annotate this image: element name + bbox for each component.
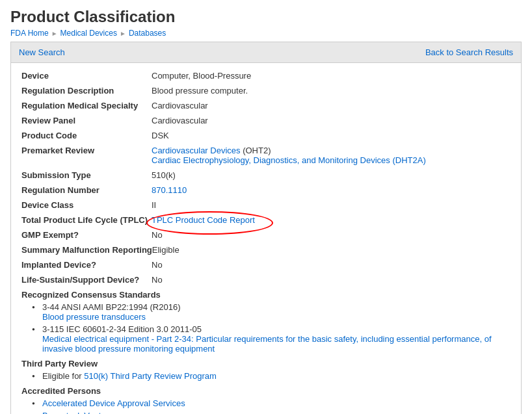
premarket-review-suffix1: (OHT2) bbox=[241, 146, 271, 155]
accredited-link-1[interactable]: Accelerated Device Approval Services bbox=[42, 398, 185, 408]
consensus-item1-link[interactable]: Blood pressure transducers bbox=[42, 312, 146, 322]
breadcrumb-sep1: ► bbox=[51, 30, 58, 37]
consensus-standards-list: 3-44 ANSI AAMI BP22:1994 (R2016) Blood p… bbox=[21, 302, 511, 354]
page-title: Product Classification bbox=[10, 8, 522, 26]
tplc-link[interactable]: TPLC Product Code Report bbox=[152, 215, 255, 225]
review-panel-value: Cardiovascular bbox=[152, 116, 511, 125]
regulation-number-label: Regulation Number bbox=[21, 185, 152, 195]
summary-row: Summary Malfunction Reporting Eligible bbox=[21, 245, 511, 255]
accredited-persons-list: Accelerated Device Approval Services Bea… bbox=[21, 398, 511, 414]
summary-value: Eligible bbox=[152, 245, 511, 255]
submission-type-value: 510(k) bbox=[152, 170, 511, 180]
submission-type-row: Submission Type 510(k) bbox=[21, 170, 511, 180]
back-to-results-link[interactable]: Back to Search Results bbox=[425, 47, 513, 57]
gmp-value: No bbox=[152, 230, 511, 240]
accredited-persons-section: Accredited Persons Accelerated Device Ap… bbox=[21, 386, 511, 414]
third-party-title: Third Party Review bbox=[21, 359, 511, 369]
list-item: Eligible for 510(k) Third Party Review P… bbox=[32, 371, 511, 381]
regulation-medical-value: Cardiovascular bbox=[152, 101, 511, 110]
third-party-list: Eligible for 510(k) Third Party Review P… bbox=[21, 371, 511, 381]
accredited-link-2[interactable]: Beanstock Ventures bbox=[42, 411, 118, 414]
regulation-number-link[interactable]: 870.1110 bbox=[152, 185, 187, 195]
regulation-desc-label: Regulation Description bbox=[21, 86, 152, 96]
regulation-number-row: Regulation Number 870.1110 bbox=[21, 185, 511, 195]
breadcrumb-medical-devices[interactable]: Medical Devices bbox=[60, 29, 117, 38]
premarket-review-value: Cardiovascular Devices (OHT2) Cardiac El… bbox=[152, 146, 511, 165]
review-panel-label: Review Panel bbox=[21, 116, 152, 125]
device-value: Computer, Blood-Pressure bbox=[152, 71, 511, 81]
premarket-review-label: Premarket Review bbox=[21, 146, 152, 165]
third-party-section: Third Party Review Eligible for 510(k) T… bbox=[21, 359, 511, 381]
accredited-persons-title: Accredited Persons bbox=[21, 386, 511, 396]
tplc-row: Total Product Life Cycle (TPLC) TPLC Pro… bbox=[21, 215, 511, 225]
consensus-item1-line1: 3-44 ANSI AAMI BP22:1994 (R2016) bbox=[42, 302, 180, 312]
regulation-medical-label: Regulation Medical Specialty bbox=[21, 101, 152, 110]
submission-type-label: Submission Type bbox=[21, 170, 152, 180]
list-item: 3-44 ANSI AAMI BP22:1994 (R2016) Blood p… bbox=[32, 302, 511, 322]
premarket-review-row: Premarket Review Cardiovascular Devices … bbox=[21, 146, 511, 165]
product-code-label: Product Code bbox=[21, 131, 152, 140]
breadcrumb-fda-home[interactable]: FDA Home bbox=[10, 29, 49, 38]
tplc-value: TPLC Product Code Report bbox=[152, 215, 511, 225]
third-party-link[interactable]: 510(k) Third Party Review Program bbox=[84, 371, 217, 381]
gmp-row: GMP Exempt? No bbox=[21, 230, 511, 240]
regulation-desc-value: Blood pressure computer. bbox=[152, 86, 511, 96]
life-sustain-value: No bbox=[152, 275, 511, 285]
tplc-link-wrapper: TPLC Product Code Report bbox=[152, 215, 255, 225]
regulation-desc-row: Regulation Description Blood pressure co… bbox=[21, 86, 511, 96]
list-item: 3-115 IEC 60601-2-34 Edition 3.0 2011-05… bbox=[32, 324, 511, 354]
tplc-label: Total Product Life Cycle (TPLC) bbox=[21, 215, 152, 225]
list-item: Beanstock Ventures bbox=[32, 411, 511, 414]
gmp-label: GMP Exempt? bbox=[21, 230, 152, 240]
implanted-row: Implanted Device? No bbox=[21, 260, 511, 270]
page-header: Product Classification FDA Home ► Medica… bbox=[0, 0, 532, 42]
consensus-standards-section: Recognized Consensus Standards 3-44 ANSI… bbox=[21, 290, 511, 354]
review-panel-row: Review Panel Cardiovascular bbox=[21, 116, 511, 125]
main-container: New Search Back to Search Results Device… bbox=[10, 42, 522, 414]
consensus-item2-link[interactable]: Medical electrical equipment - Part 2-34… bbox=[42, 334, 492, 354]
breadcrumb-sep2: ► bbox=[120, 30, 126, 37]
implanted-label: Implanted Device? bbox=[21, 260, 152, 270]
regulation-number-value: 870.1110 bbox=[152, 185, 511, 195]
toolbar: New Search Back to Search Results bbox=[11, 42, 521, 63]
device-row: Device Computer, Blood-Pressure bbox=[21, 71, 511, 81]
breadcrumb-databases[interactable]: Databases bbox=[129, 29, 166, 38]
summary-label: Summary Malfunction Reporting bbox=[21, 245, 152, 255]
third-party-prefix: Eligible for bbox=[42, 371, 84, 381]
device-class-label: Device Class bbox=[21, 200, 152, 210]
premarket-review-link1[interactable]: Cardiovascular Devices bbox=[152, 146, 241, 155]
premarket-review-link2[interactable]: Cardiac Electrophysiology, Diagnostics, … bbox=[152, 155, 426, 165]
life-sustain-row: Life-Sustain/Support Device? No bbox=[21, 275, 511, 285]
implanted-value: No bbox=[152, 260, 511, 270]
content-area: Device Computer, Blood-Pressure Regulati… bbox=[11, 63, 521, 414]
device-label: Device bbox=[21, 71, 152, 81]
consensus-standards-title: Recognized Consensus Standards bbox=[21, 290, 511, 300]
device-class-row: Device Class II bbox=[21, 200, 511, 210]
life-sustain-label: Life-Sustain/Support Device? bbox=[21, 275, 152, 285]
list-item: Accelerated Device Approval Services bbox=[32, 398, 511, 408]
breadcrumb: FDA Home ► Medical Devices ► Databases bbox=[10, 29, 522, 38]
product-code-value: DSK bbox=[152, 131, 511, 140]
regulation-medical-row: Regulation Medical Specialty Cardiovascu… bbox=[21, 101, 511, 110]
device-class-value: II bbox=[152, 200, 511, 210]
consensus-item2-line1: 3-115 IEC 60601-2-34 Edition 3.0 2011-05 bbox=[42, 324, 202, 334]
new-search-link[interactable]: New Search bbox=[19, 47, 65, 57]
product-code-row: Product Code DSK bbox=[21, 131, 511, 140]
